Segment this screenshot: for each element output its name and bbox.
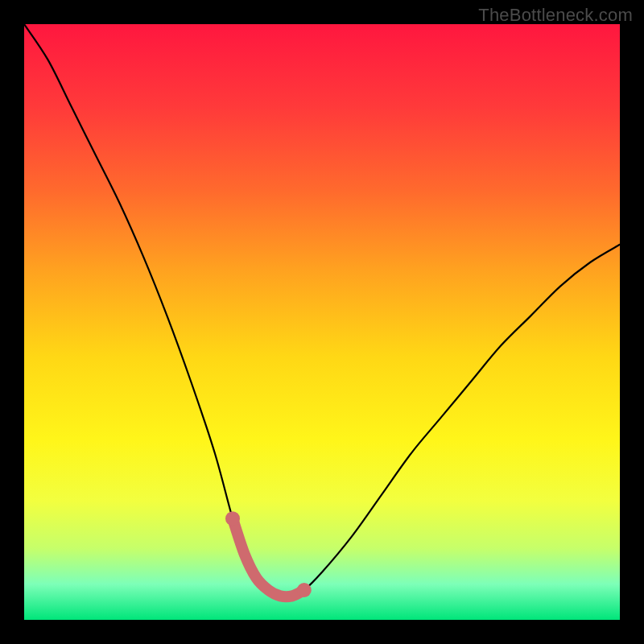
watermark-text: TheBottleneck.com [478, 5, 633, 26]
plot-area [24, 24, 620, 620]
svg-rect-0 [24, 24, 620, 620]
background-gradient [24, 24, 620, 620]
chart-frame: TheBottleneck.com [0, 0, 644, 644]
